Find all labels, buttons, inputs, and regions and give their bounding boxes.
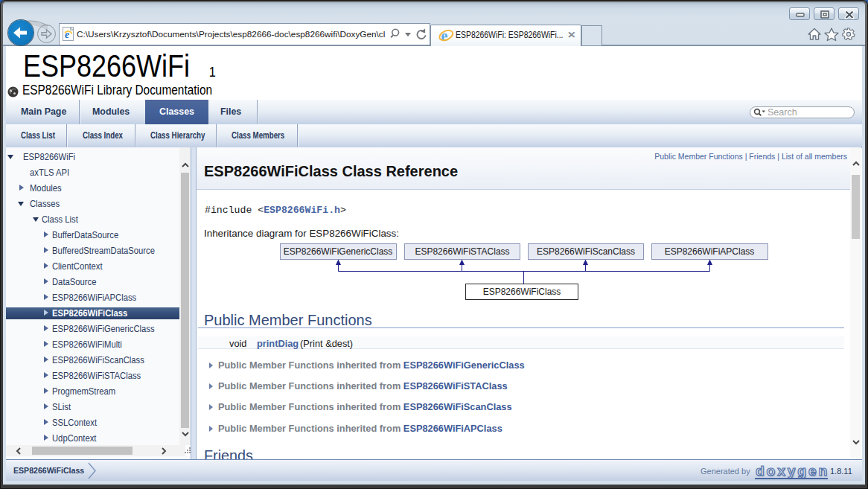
svg-text:ESP8266WiFiSTAClass: ESP8266WiFiSTAClass (415, 246, 509, 257)
svg-text:ESP8266WiFiClass: ESP8266WiFiClass (483, 287, 561, 297)
svg-text:ESP8266WiFiScanClass: ESP8266WiFiScanClass (537, 246, 635, 257)
svg-text:ESP8266WiFiGenericClass: ESP8266WiFiGenericClass (284, 246, 393, 257)
svg-text:ESP8266WiFiAPClass: ESP8266WiFiAPClass (665, 246, 755, 257)
